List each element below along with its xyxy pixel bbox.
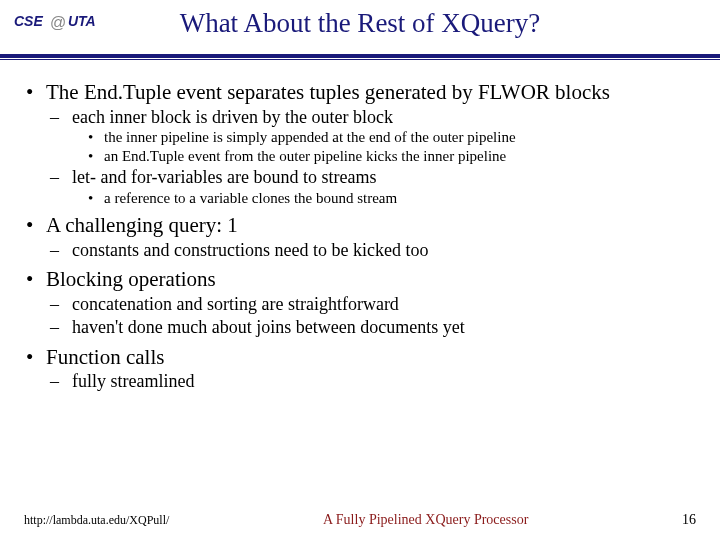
bullet-l2: constants and constructions need to be k…	[50, 240, 694, 261]
title-rule-thin	[0, 59, 720, 60]
at-icon: @	[50, 14, 66, 31]
bullet-l2: concatenation and sorting are straightfo…	[50, 294, 694, 315]
slide-header: CSE UTA @ What About the Rest of XQuery?	[0, 0, 720, 56]
bullet-l1: Function calls	[26, 345, 694, 370]
bullet-l1: Blocking operations	[26, 267, 694, 292]
bullet-l2: each inner block is driven by the outer …	[50, 107, 694, 128]
slide-title: What About the Rest of XQuery?	[0, 0, 720, 39]
bullet-l2: fully streamlined	[50, 371, 694, 392]
cse-uta-logo: CSE UTA @	[14, 10, 96, 42]
bullet-l3: the inner pipeline is simply appended at…	[88, 129, 694, 147]
bullet-l1: A challenging query: 1	[26, 213, 694, 238]
bullet-l2: let- and for-variables are bound to stre…	[50, 167, 694, 188]
footer-title: A Fully Pipelined XQuery Processor	[323, 512, 528, 528]
bullet-list: The End.Tuple event separates tuples gen…	[26, 80, 694, 393]
slide: CSE UTA @ What About the Rest of XQuery?…	[0, 0, 720, 540]
logo-icon: CSE UTA @	[14, 10, 96, 38]
slide-footer: http://lambda.uta.edu/XQPull/ A Fully Pi…	[0, 512, 720, 528]
title-rule-thick	[0, 54, 720, 58]
bullet-l1: The End.Tuple event separates tuples gen…	[26, 80, 694, 105]
footer-url: http://lambda.uta.edu/XQPull/	[24, 513, 169, 528]
bullet-l3: an End.Tuple event from the outer pipeli…	[88, 148, 694, 166]
logo-cse-text: CSE	[14, 13, 43, 29]
page-number: 16	[682, 512, 696, 528]
bullet-l3: a reference to a variable clones the bou…	[88, 190, 694, 208]
logo-uta-text: UTA	[68, 13, 96, 29]
bullet-l2: haven't done much about joins between do…	[50, 317, 694, 338]
slide-body: The End.Tuple event separates tuples gen…	[0, 56, 720, 393]
